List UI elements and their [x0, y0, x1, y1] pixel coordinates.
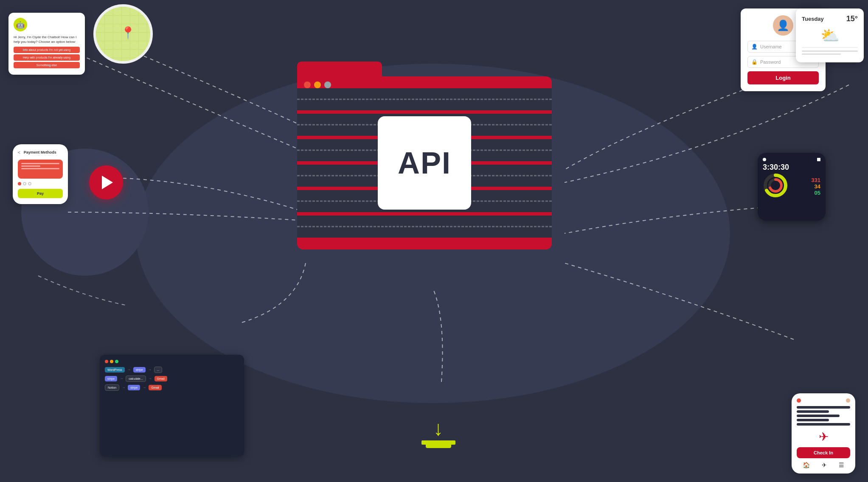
download-base-bottom [426, 445, 451, 448]
download-base [421, 440, 455, 445]
watch-stats: 331 34 05 [811, 177, 820, 196]
flow-dot-red [105, 360, 108, 363]
watch-header [763, 158, 820, 161]
checkin-footer: 🏠 ✈ ☰ [797, 462, 850, 468]
flow-node-stripe-3: stripe [128, 385, 140, 390]
card-line-1 [21, 163, 59, 164]
flow-node-dark-2: calculate... [126, 376, 146, 382]
watch-square-icon [817, 158, 820, 161]
checkin-widget: ✈ Check In 🏠 ✈ ☰ [792, 393, 855, 474]
credit-card [18, 160, 63, 179]
weather-line-1 [802, 50, 858, 52]
login-button[interactable]: Login [747, 71, 819, 84]
flow-row-1: WordPress → stripe → ... [105, 367, 239, 373]
dot-yellow [314, 81, 321, 88]
flow-content: WordPress → stripe → ... stripe → calcul… [105, 367, 239, 391]
flow-node-stripe-1: stripe [133, 367, 146, 373]
username-label: Username [760, 44, 782, 49]
pay-button[interactable]: Pay [18, 189, 63, 198]
chatbot-header: 🤖 [14, 18, 80, 31]
flow-node-wordpress: WordPress [105, 367, 125, 373]
map-pin-icon: 📍 [121, 26, 135, 40]
weather-header: Tuesday 15° [802, 14, 858, 23]
payment-widget: < Payment Methods Pay [13, 144, 68, 204]
chatbot-btn-1[interactable]: Info about products I'm not yet using [14, 47, 80, 53]
checkin-line-1 [797, 406, 850, 409]
folder-body: API [297, 76, 552, 249]
weather-line-2 [802, 53, 841, 55]
chatbot-btn-3[interactable]: Something else [14, 62, 80, 68]
watch-stat-3: 05 [815, 190, 820, 196]
flow-row-2: stripe → calculate... → Gmail [105, 376, 239, 382]
flow-diagram-widget: WordPress → stripe → ... stripe → calcul… [100, 355, 244, 457]
watch-stat-1: 331 [811, 177, 820, 183]
plane-footer-icon: ✈ [822, 462, 827, 468]
flow-arrow-3: → [120, 377, 123, 381]
checkin-line-2 [797, 410, 829, 413]
play-button[interactable] [89, 165, 123, 199]
map-grid: 📍 [96, 7, 150, 61]
flow-dot-yellow [110, 360, 113, 363]
card-line-3 [21, 168, 59, 169]
menu-icon: ☰ [839, 462, 844, 468]
user-icon: 👤 [751, 44, 758, 50]
flow-node-gmail-2: Gmail [149, 385, 161, 390]
checkin-line-5 [797, 423, 850, 426]
flow-node-gmail-1: Gmail [154, 376, 167, 381]
checkin-dot-user [846, 398, 850, 403]
folder-stripe-6 [297, 216, 552, 238]
dot-red [304, 81, 311, 88]
card-lines [21, 163, 59, 169]
watch-stat-2: 34 [815, 183, 820, 190]
watch-dot-icon [763, 158, 766, 161]
card-line-2 [21, 165, 40, 167]
user-avatar-icon: 👤 [773, 15, 793, 36]
weather-widget: Tuesday 15° ⛅ [796, 8, 864, 62]
flow-arrow-6: → [143, 386, 146, 390]
flow-dot-green [115, 360, 118, 363]
flow-node-dark-3: Notion [105, 384, 119, 391]
chatbot-greeting: Hi Jerry, I'm Clyde the Chatbot! How can… [14, 35, 80, 44]
radio-dot-2[interactable] [23, 182, 26, 185]
window-dots [297, 76, 338, 93]
weather-icon: ⛅ [802, 27, 858, 45]
bot-avatar-icon: 🤖 [14, 18, 27, 31]
payment-title: Payment Methods [24, 150, 56, 155]
weather-temperature: 15° [846, 14, 858, 23]
checkin-dot-red [797, 398, 801, 403]
home-icon: 🏠 [803, 462, 810, 468]
chatbot-btn-2[interactable]: Help with products I'm already using [14, 54, 80, 61]
watch-widget: 3:30:30 331 34 05 [758, 153, 826, 221]
password-label: Password [760, 59, 781, 64]
checkin-button[interactable]: Check In [797, 447, 850, 458]
plane-icon: ✈ [797, 430, 850, 444]
api-text: API [398, 146, 451, 180]
flow-node-stripe-2: stripe [105, 376, 117, 381]
checkin-line-4 [797, 419, 829, 421]
download-icon: ↓ [421, 414, 455, 448]
phone-notch: < Payment Methods [18, 150, 63, 155]
flow-arrow-2: → [148, 368, 152, 372]
flow-row-3: Notion → stripe → Gmail [105, 384, 239, 391]
flow-arrow-1: → [127, 368, 131, 372]
radio-dot-3[interactable] [28, 182, 31, 185]
watch-ring [763, 173, 788, 200]
folder-tab [297, 62, 382, 78]
checkin-lines [797, 406, 850, 426]
api-label: API [378, 116, 471, 210]
download-arrow-icon: ↓ [433, 418, 444, 439]
weather-lines [802, 47, 858, 55]
chatbot-widget: 🤖 Hi Jerry, I'm Clyde the Chatbot! How c… [8, 13, 85, 75]
flow-node-dark-1: ... [154, 367, 163, 373]
back-arrow-icon[interactable]: < [18, 150, 20, 155]
radio-dots [18, 182, 63, 185]
radio-dot-1[interactable] [18, 182, 21, 185]
weather-day: Tuesday [802, 16, 824, 22]
lock-icon: 🔒 [751, 59, 758, 65]
flow-arrow-5: → [122, 386, 125, 390]
watch-time: 3:30:30 [763, 163, 820, 172]
play-triangle-icon [102, 176, 113, 189]
flow-arrow-4: → [149, 377, 152, 381]
checkin-line-3 [797, 415, 840, 417]
flow-window-dots [105, 360, 239, 363]
